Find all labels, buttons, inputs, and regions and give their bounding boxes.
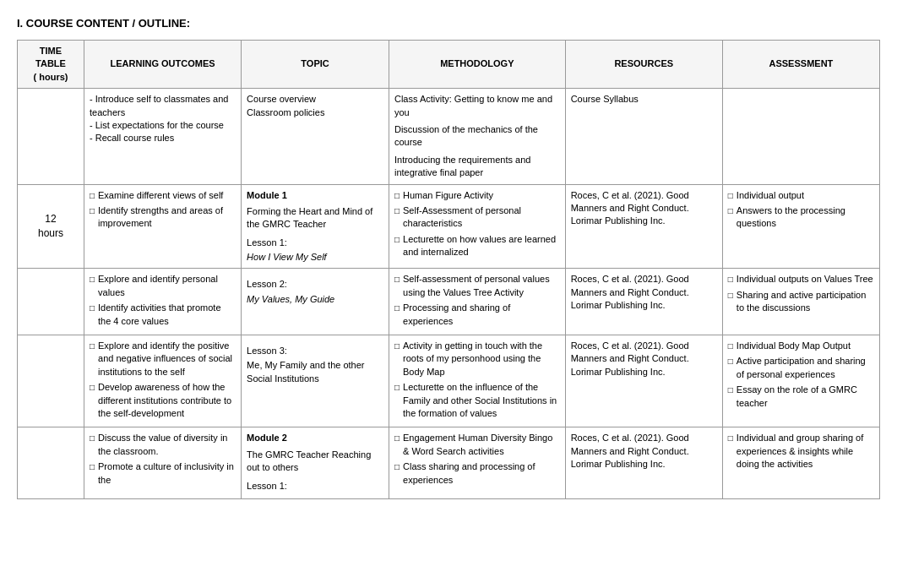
table-header: TIMETABLE( hours) LEARNING OUTCOMES TOPI… — [18, 41, 880, 89]
outcomes-cell-5: □ Discuss the value of diversity in the … — [84, 427, 241, 499]
bullet-icon: □ — [90, 190, 95, 202]
methodology-cell-1: Class Activity: Getting to know me and y… — [389, 89, 565, 184]
assessment-cell-5: □ Individual and group sharing of experi… — [722, 427, 879, 499]
bullet-icon: □ — [728, 274, 733, 286]
methodology-text: Engagement Human Diversity Bingo & Word … — [403, 432, 560, 458]
methodology-bullet: □ Activity in getting in touch with the … — [394, 340, 560, 378]
methodology-text: Lecturette on the influence of the Famil… — [403, 381, 560, 420]
methodology-cell-4: □ Activity in getting in touch with the … — [389, 335, 565, 427]
resources-cell-3: Roces, C et al. (2021). Good Manners and… — [565, 269, 722, 335]
lesson-name: My Values, My Guide — [247, 293, 383, 306]
assessment-cell-3: □ Individual outputs on Values Tree □ Sh… — [722, 269, 879, 335]
outcome-text: Discuss the value of diversity in the cl… — [98, 432, 236, 458]
methodology-bullet: □ Processing and sharing of experiences — [394, 302, 560, 328]
bullet-icon: □ — [394, 205, 400, 217]
time-cell-3 — [18, 269, 84, 335]
methodology-cell-3: □ Self-assessment of personal values usi… — [389, 269, 565, 335]
table-row: □ Explore and identify the positive and … — [18, 335, 880, 427]
module-title: Module 2 — [247, 432, 383, 444]
table-row: □ Explore and identify personal values □… — [18, 269, 880, 335]
bullet-icon: □ — [394, 461, 400, 473]
outcome-bullet: □ Develop awareness of how the different… — [90, 381, 236, 420]
topic-cell-1: Course overviewClassroom policies — [242, 89, 389, 184]
header-topic: TOPIC — [242, 41, 389, 89]
header-resources: RESOURCES — [565, 41, 722, 89]
methodology-text: Self-Assessment of personal characterist… — [403, 204, 560, 231]
assessment-cell-1 — [722, 89, 879, 184]
bullet-icon: □ — [728, 190, 733, 202]
methodology-text: Lecturette on how values are learned and… — [403, 233, 560, 259]
assessment-text: Individual outputs on Values Tree — [737, 273, 873, 286]
bullet-icon: □ — [728, 356, 733, 368]
bullet-icon: □ — [728, 340, 733, 352]
resource-text: Roces, C et al. (2021). Good Manners and… — [571, 432, 717, 471]
bullet-icon: □ — [728, 433, 733, 444]
assessment-bullet: □ Essay on the role of a GMRC teacher — [728, 384, 874, 410]
outcomes-cell-1: - Introduce self to classmates and teach… — [84, 89, 241, 184]
methodology-item: Class Activity: Getting to know me and y… — [394, 93, 560, 119]
outcome-text: Identify strengths and areas of improvem… — [98, 204, 236, 231]
bullet-icon: □ — [394, 302, 400, 314]
outcome-bullet: □ Promote a culture of inclusivity in th… — [90, 460, 236, 487]
resource-item: Course Syllabus — [571, 93, 717, 106]
topic-cell-4: Lesson 3: Me, My Family and the other So… — [242, 335, 389, 427]
outcome-text: Explore and identify personal values — [98, 273, 236, 299]
outcome-bullet: □ Examine different views of self — [90, 189, 236, 202]
topic-cell-2: Module 1 Forming the Heart and Mind of t… — [242, 184, 389, 269]
bullet-icon: □ — [90, 205, 95, 217]
assessment-cell-4: □ Individual Body Map Output □ Active pa… — [722, 335, 879, 427]
bullet-icon: □ — [728, 384, 733, 396]
assessment-bullet: □ Sharing and active participation to th… — [728, 289, 874, 315]
outcome-bullet: □ Identify strengths and areas of improv… — [90, 204, 236, 231]
table-row: □ Discuss the value of diversity in the … — [18, 427, 880, 499]
table-row: - Introduce self to classmates and teach… — [18, 89, 880, 184]
methodology-bullet: □ Lecturette on the influence of the Fam… — [394, 381, 560, 420]
module-subtitle: The GMRC Teacher Reaching out to others — [247, 449, 383, 475]
assessment-text: Individual output — [737, 189, 804, 202]
methodology-bullet: □ Self-Assessment of personal characteri… — [394, 204, 560, 231]
topic-cell-3: Lesson 2: My Values, My Guide — [242, 269, 389, 335]
methodology-bullet: □ Engagement Human Diversity Bingo & Wor… — [394, 432, 560, 458]
assessment-bullet: □ Active participation and sharing of pe… — [728, 355, 874, 381]
header-assessment: ASSESSMENT — [722, 41, 879, 89]
resources-cell-4: Roces, C et al. (2021). Good Manners and… — [565, 335, 722, 427]
methodology-bullet: □ Lecturette on how values are learned a… — [394, 233, 560, 259]
outcome-bullet: □ Discuss the value of diversity in the … — [90, 432, 236, 458]
outcome-bullet: □ Identify activities that promote the 4… — [90, 302, 236, 328]
methodology-text: Self-assessment of personal values using… — [403, 273, 560, 299]
bullet-icon: □ — [90, 461, 95, 473]
assessment-cell-2: □ Individual output □ Answers to the pro… — [722, 184, 879, 269]
assessment-text: Individual Body Map Output — [737, 340, 851, 352]
assessment-text: Essay on the role of a GMRC teacher — [737, 384, 874, 410]
lesson-label: Lesson 2: — [247, 278, 383, 291]
topic-cell-5: Module 2 The GMRC Teacher Reaching out t… — [242, 427, 389, 499]
assessment-bullet: □ Individual and group sharing of experi… — [728, 432, 874, 471]
bullet-icon: □ — [728, 290, 733, 302]
bullet-icon: □ — [394, 340, 400, 352]
bullet-icon: □ — [728, 205, 733, 217]
bullet-icon: □ — [90, 274, 95, 286]
resources-cell-2: Roces, C et al. (2021). Good Manners and… — [565, 184, 722, 269]
lesson-name: How I View My Self — [247, 251, 383, 264]
lesson-label: Lesson 1: — [247, 237, 383, 249]
outcome-text: Examine different views of self — [98, 189, 223, 202]
assessment-bullet: □ Individual outputs on Values Tree — [728, 273, 874, 286]
methodology-text: Activity in getting in touch with the ro… — [403, 340, 560, 378]
resources-cell-1: Course Syllabus — [565, 89, 722, 184]
methodology-text: Class sharing and processing of experien… — [403, 460, 560, 487]
outcome-item: - Introduce self to classmates and teach… — [90, 93, 236, 119]
methodology-text: Processing and sharing of experiences — [403, 302, 560, 328]
methodology-bullet: □ Class sharing and processing of experi… — [394, 460, 560, 487]
methodology-cell-2: □ Human Figure Activity □ Self-Assessmen… — [389, 184, 565, 269]
bullet-icon: □ — [90, 302, 95, 314]
outcomes-cell-4: □ Explore and identify the positive and … — [84, 335, 241, 427]
time-cell-4 — [18, 335, 84, 427]
assessment-bullet: □ Individual output — [728, 189, 874, 202]
bullet-icon: □ — [394, 274, 400, 286]
assessment-text: Answers to the processing questions — [737, 204, 874, 231]
outcome-item: - Recall course rules — [90, 132, 236, 144]
methodology-bullet: □ Self-assessment of personal values usi… — [394, 273, 560, 299]
bullet-icon: □ — [90, 340, 95, 352]
module-subtitle: Forming the Heart and Mind of the GMRC T… — [247, 205, 383, 231]
module-title: Module 1 — [247, 189, 383, 202]
